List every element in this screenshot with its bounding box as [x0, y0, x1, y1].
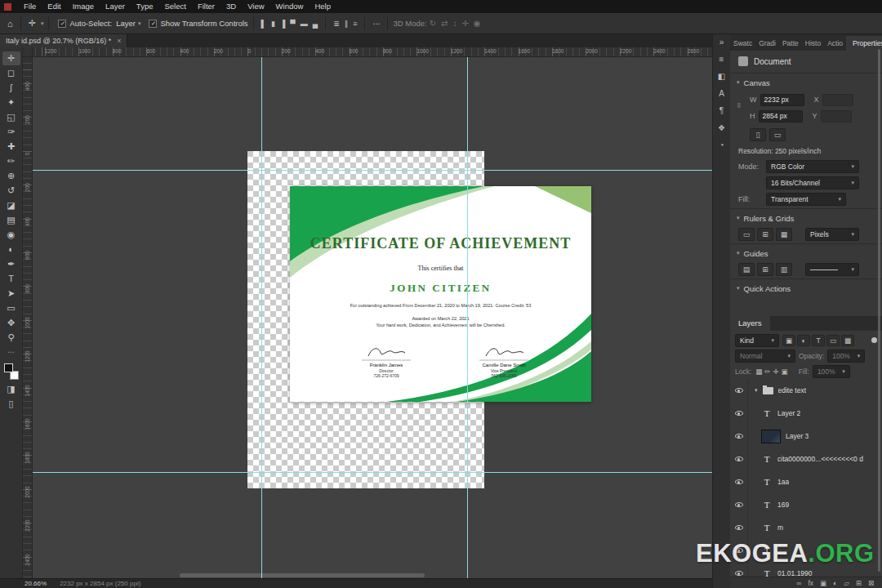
landscape-orientation-button[interactable]: ▭ — [769, 128, 786, 141]
paragraph-panel-icon[interactable]: ¶ — [719, 106, 724, 115]
tab-histo[interactable]: Histo — [802, 36, 824, 51]
guide-layout-icon[interactable]: ⊞ — [757, 263, 773, 276]
auto-select-target-dropdown[interactable]: Layer▾ — [116, 19, 140, 28]
canvas-section-header[interactable]: ▾Canvas — [730, 74, 882, 91]
rectangular-marquee-tool[interactable]: ◻ — [2, 66, 20, 80]
toggle-grid-icon[interactable]: ⊞ — [757, 228, 773, 241]
canvas-fill-dropdown[interactable]: Transparent▾ — [766, 193, 846, 206]
filter-type-layers-icon[interactable]: T — [812, 335, 825, 346]
spot-healing-tool[interactable]: ✚ — [2, 140, 20, 154]
canvas-height-field[interactable]: 2854 px — [759, 110, 803, 122]
rectangle-tool[interactable]: ▭ — [2, 301, 20, 315]
vertical-guide[interactable] — [467, 57, 468, 578]
portrait-orientation-button[interactable]: ▯ — [750, 128, 766, 141]
properties-panel-icon[interactable]: ≡ — [719, 55, 724, 64]
menu-view[interactable]: View — [242, 0, 270, 13]
bit-depth-dropdown[interactable]: 16 Bits/Channel▾ — [766, 176, 859, 189]
edit-toolbar-icon[interactable]: ⋯ — [2, 345, 20, 359]
distribute-vertical-icon[interactable]: ≣ — [331, 20, 342, 28]
tab-actio[interactable]: Actio — [824, 36, 846, 51]
adjustments-panel-icon[interactable]: ◧ — [718, 72, 725, 81]
new-layer-icon[interactable]: ⊞ — [856, 579, 862, 587]
menu-image[interactable]: Image — [67, 0, 100, 13]
path-selection-tool[interactable]: ➤ — [2, 287, 20, 301]
layer-visibility-toggle[interactable] — [730, 448, 748, 470]
rulers-grids-section-header[interactable]: ▾Rulers & Grids — [730, 210, 882, 226]
align-left-edges-icon[interactable]: ▌ — [259, 20, 269, 28]
history-brush-tool[interactable]: ↺ — [2, 184, 20, 198]
document-tab[interactable]: Italy id.psd @ 20.7% (RGB/16) * × — [0, 34, 127, 47]
toggle-snap-icon[interactable]: ▦ — [776, 228, 792, 241]
dodge-tool[interactable]: ◐ — [2, 243, 20, 256]
layer-mask-icon[interactable]: ▣ — [820, 579, 826, 587]
layer-effects-icon[interactable]: fx — [808, 579, 813, 587]
pen-tool[interactable]: ✒ — [2, 257, 20, 271]
units-dropdown[interactable]: Pixels▾ — [805, 228, 859, 241]
foreground-color-swatch[interactable] — [4, 363, 13, 372]
horizontal-guide[interactable] — [33, 170, 712, 171]
brush-tool[interactable]: ✏ — [2, 154, 20, 168]
menu-select[interactable]: Select — [158, 0, 191, 13]
align-bottom-edges-icon[interactable]: ▄ — [310, 20, 320, 28]
menu-help[interactable]: Help — [309, 0, 336, 13]
type-tool[interactable]: T — [2, 272, 20, 286]
lock-all-icon[interactable]: ▣ — [781, 368, 789, 376]
panel-scrollbar[interactable] — [878, 49, 880, 572]
layer-visibility-toggle[interactable] — [730, 425, 748, 448]
layer-row[interactable]: T169 — [730, 493, 882, 516]
zoom-tool[interactable]: ⚲ — [2, 331, 20, 345]
layer-fill-dropdown[interactable]: 100%▾ — [813, 365, 850, 378]
quick-actions-section-header[interactable]: ▾Quick Actions — [730, 280, 882, 296]
ruler-origin[interactable] — [23, 47, 33, 57]
hand-tool[interactable]: ✥ — [2, 316, 20, 330]
gradient-tool[interactable]: ▤ — [2, 213, 20, 227]
link-layers-icon[interactable]: ∞ — [796, 579, 801, 587]
vertical-guide[interactable] — [261, 57, 262, 578]
certificate-image[interactable]: CERTIFICATE OF ACHIEVEMENT This certifie… — [290, 186, 591, 402]
tab-layers[interactable]: Layers — [730, 316, 770, 331]
more-options-icon[interactable]: ⋯ — [370, 20, 382, 28]
horizontal-scrollbar[interactable] — [180, 573, 425, 577]
layer-visibility-toggle[interactable] — [730, 402, 748, 425]
lock-transparent-icon[interactable]: ▦ — [755, 368, 763, 376]
group-expand-icon[interactable]: ▾ — [755, 387, 758, 394]
layer-thumbnail[interactable] — [761, 430, 781, 443]
adjustment-layer-icon[interactable]: ◐ — [833, 579, 837, 587]
align-right-edges-icon[interactable]: ▐ — [278, 20, 287, 28]
layer-row[interactable]: ▾edite text — [730, 379, 882, 402]
filter-toggle[interactable] — [871, 337, 877, 343]
layer-visibility-toggle[interactable] — [730, 493, 748, 516]
zoom-level[interactable]: 20.66% — [24, 580, 47, 587]
screen-mode-button[interactable]: ▯ — [2, 397, 20, 411]
menu-filter[interactable]: Filter — [192, 0, 220, 13]
menu-window[interactable]: Window — [270, 0, 310, 13]
eyedropper-tool[interactable]: ✑ — [2, 125, 20, 139]
tab-gradi[interactable]: Gradi — [755, 36, 779, 51]
distribute-spacing-icon[interactable]: ≡ — [350, 20, 359, 28]
horizontal-guide[interactable] — [33, 472, 712, 473]
layer-visibility-toggle[interactable] — [730, 470, 748, 493]
home-icon[interactable]: ⌂ — [5, 19, 16, 29]
lock-position-icon[interactable]: ✛ — [772, 368, 779, 376]
quick-mask-button[interactable]: ◨ — [2, 382, 20, 396]
current-tool-icon[interactable]: ✛ — [26, 18, 38, 29]
filter-pixel-layers-icon[interactable]: ▣ — [782, 335, 795, 346]
menu-layer[interactable]: Layer — [100, 0, 131, 13]
layer-visibility-toggle[interactable] — [730, 516, 748, 539]
filter-smart-objects-icon[interactable]: ▩ — [841, 335, 854, 346]
menu-type[interactable]: Type — [131, 0, 159, 13]
filter-kind-dropdown[interactable]: Kind▾ — [735, 334, 779, 347]
layer-visibility-toggle[interactable] — [730, 379, 748, 402]
lasso-tool[interactable]: ʃ — [2, 81, 20, 95]
character-panel-icon[interactable]: A — [719, 89, 724, 98]
clone-stamp-tool[interactable]: ⊕ — [2, 169, 20, 183]
vertical-ruler[interactable]: 4002000200400600800100012001400160018002… — [23, 57, 33, 578]
menu-3d[interactable]: 3D — [220, 0, 242, 13]
layer-row[interactable]: Tcita0000000...<<<<<<<<0 d — [730, 448, 882, 470]
eraser-tool[interactable]: ◪ — [2, 198, 20, 212]
crop-tool[interactable]: ◱ — [2, 110, 20, 124]
horizontal-ruler[interactable]: 1200100080060040020002004006008001000120… — [33, 47, 712, 57]
color-mode-dropdown[interactable]: RGB Color▾ — [766, 160, 859, 173]
lock-paint-icon[interactable]: ✏ — [764, 368, 771, 376]
distribute-horizontal-icon[interactable]: ∥ — [342, 20, 351, 28]
